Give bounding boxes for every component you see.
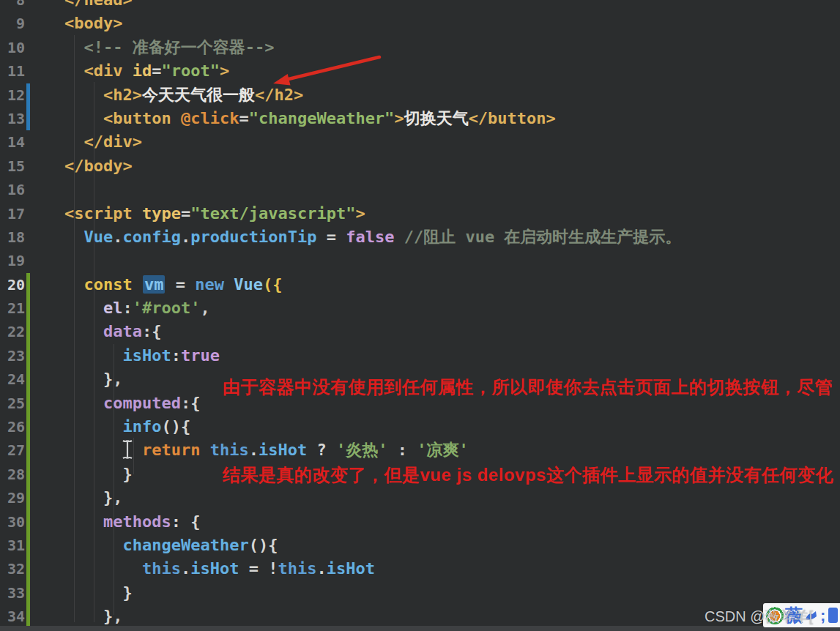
line-number: 23 (0, 344, 25, 367)
code-token (133, 275, 142, 294)
line-number: 31 (0, 534, 25, 557)
gutter-added-indicator (26, 392, 30, 415)
watermark-badge-mark: ; (820, 608, 825, 624)
code-text: changeWeather(){ (64, 534, 840, 557)
code-text: </head> (64, 0, 840, 12)
horizontal-scrollbar[interactable] (0, 626, 840, 631)
line-number: 26 (0, 415, 25, 438)
code-token: productionTip (190, 228, 316, 246)
code-token: = (166, 275, 195, 294)
code-token: : (122, 299, 132, 317)
code-text: </div> (64, 130, 840, 154)
code-token: true (181, 346, 220, 365)
line-number: 19 (0, 249, 25, 272)
code-text: <!-- 准备好一个容器--> (64, 36, 840, 59)
code-token: this (278, 559, 316, 578)
code-text: } (64, 581, 840, 605)
code-line[interactable]: 12 <h2>今天天气很一般</h2> (0, 83, 840, 107)
line-number: 33 (0, 581, 25, 605)
code-token (64, 536, 122, 554)
code-line[interactable]: 10 <!-- 准备好一个容器--> (0, 36, 840, 59)
code-text: this.isHot = !this.isHot (64, 557, 840, 580)
code-token (64, 86, 103, 104)
code-line[interactable]: 16 (0, 178, 840, 201)
code-token (224, 275, 234, 294)
code-token: = (152, 61, 161, 80)
line-number: 28 (0, 463, 25, 486)
line-number: 17 (0, 202, 25, 225)
code-line[interactable]: 14 </div> (0, 130, 840, 154)
code-token: </div> (84, 132, 142, 151)
gutter-added-indicator (26, 273, 30, 296)
line-number: 16 (0, 178, 25, 201)
code-token (64, 394, 103, 412)
watermark-badge-square (828, 608, 838, 623)
line-number: 29 (0, 486, 25, 509)
line-number: 12 (0, 83, 25, 107)
code-token: } (122, 583, 132, 602)
line-number: 34 (0, 605, 25, 628)
code-token: //阻止 vue 在启动时生成生产提示。 (404, 228, 682, 246)
gutter-added-indicator (26, 296, 30, 320)
gutter-added-indicator (26, 344, 30, 367)
code-line[interactable]: 9<body> (0, 12, 840, 35)
code-line[interactable]: 32 this.isHot = !this.isHot (0, 557, 840, 580)
code-line[interactable]: 19 (0, 249, 840, 272)
code-token: }, (103, 488, 123, 507)
code-token: :{ (181, 394, 201, 412)
line-number: 25 (0, 392, 25, 415)
line-number: 15 (0, 154, 25, 178)
gutter-added-indicator (26, 415, 30, 438)
code-token: this (142, 559, 181, 578)
line-number: 27 (0, 438, 25, 462)
code-line[interactable]: 20 const vm = new Vue({ (0, 273, 840, 296)
code-line[interactable]: 15</body> (0, 154, 840, 178)
code-token: info (122, 417, 161, 436)
code-token: . (181, 559, 190, 578)
code-token (64, 607, 103, 625)
gutter-added-indicator (26, 320, 30, 343)
code-line[interactable]: 8</head> (0, 0, 840, 12)
code-token (200, 441, 209, 459)
code-line[interactable]: 11 <div id="root"> (0, 59, 840, 83)
code-token (64, 559, 142, 578)
code-token (64, 346, 122, 365)
code-line[interactable]: 33 } (0, 581, 840, 605)
code-line[interactable]: 17<script type="text/javascript"> (0, 202, 840, 225)
code-text: </body> (64, 154, 840, 178)
code-token (64, 512, 103, 531)
code-token: @click (181, 109, 239, 127)
code-token: changeWeather (122, 536, 248, 554)
watermark: CSDN @薇羊羊[ (705, 607, 813, 627)
code-token (394, 228, 404, 246)
code-token (64, 61, 84, 80)
code-token: = (316, 228, 346, 246)
code-token (64, 228, 84, 246)
code-token: > (394, 109, 404, 127)
code-line[interactable]: 13 <button @click="changeWeather">切换天气</… (0, 107, 840, 130)
gutter-added-indicator (26, 581, 30, 605)
code-text: <button @click="changeWeather">切换天气</but… (64, 107, 840, 130)
code-token (122, 61, 132, 80)
code-token: data (103, 322, 142, 340)
code-token: <script (64, 204, 133, 223)
code-token: <div (84, 61, 123, 80)
code-token: . (181, 228, 190, 246)
code-text: Vue.config.productionTip = false //阻止 vu… (64, 225, 840, 249)
code-token: '#root' (133, 299, 201, 317)
code-token: (){ (249, 536, 278, 554)
code-text: <div id="root"> (64, 59, 840, 83)
gutter-added-indicator (26, 486, 30, 509)
code-token: </head> (64, 0, 133, 9)
code-token: Vue (84, 228, 114, 246)
code-token: } (122, 465, 132, 483)
code-text: <body> (64, 12, 840, 35)
gutter-added-indicator (26, 367, 30, 391)
code-token: = (181, 204, 190, 223)
code-line[interactable]: 18 Vue.config.productionTip = false //阻止… (0, 225, 840, 249)
code-token: </body> (64, 157, 133, 175)
code-line[interactable]: 31 changeWeather(){ (0, 534, 840, 557)
code-token: computed (103, 394, 181, 412)
code-token: "text/javascript" (190, 204, 355, 223)
code-token: . (113, 228, 122, 246)
